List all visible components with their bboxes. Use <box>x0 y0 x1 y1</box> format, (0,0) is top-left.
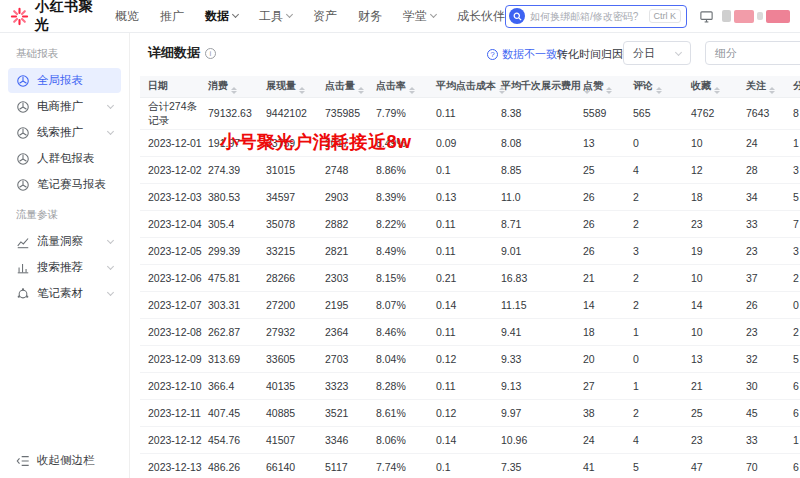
cell-collects: 10 <box>683 264 738 291</box>
cell-impressions: 40135 <box>258 372 317 399</box>
topnav-items: 概览推广数据工具资产财务学堂成长伙伴 <box>115 8 505 25</box>
report-target-icon <box>16 178 30 192</box>
nav-item-overview[interactable]: 概览 <box>115 8 139 25</box>
column-header-shares[interactable]: 分享 <box>785 76 800 97</box>
sort-icon[interactable] <box>409 87 415 95</box>
sort-icon[interactable] <box>231 87 237 95</box>
nav-item-tools[interactable]: 工具 <box>259 8 292 25</box>
nav-item-label: 概览 <box>115 8 139 25</box>
cell-likes: 13 <box>575 129 625 156</box>
nav-item-finance[interactable]: 财务 <box>358 8 382 25</box>
cell-date: 2023-12-09 <box>140 345 200 372</box>
info-icon[interactable]: i <box>205 48 216 59</box>
column-header-label: 关注 <box>746 80 766 91</box>
cell-avg-click-cost: 0.14 <box>428 291 493 318</box>
sidebar-item-traffic-insight[interactable]: 流量洞察 <box>8 229 121 254</box>
column-header-ctr[interactable]: 点击率 <box>368 76 428 97</box>
caret-up-icon <box>409 87 415 90</box>
cell-shares: 6 <box>785 399 800 426</box>
column-header-likes[interactable]: 点赞 <box>575 76 625 97</box>
cell-date: 2023-12-05 <box>140 237 200 264</box>
cell-comments: 3 <box>625 237 683 264</box>
cell-clicks: 2703 <box>317 345 368 372</box>
nav-item-label: 工具 <box>259 8 283 25</box>
cell-likes: 26 <box>575 237 625 264</box>
cell-collects: 10 <box>683 318 738 345</box>
cell-avg-cpm: 9.97 <box>493 399 575 426</box>
cell-comments: 565 <box>625 97 683 129</box>
sidebar-item-global-report[interactable]: 全局报表 <box>8 68 121 93</box>
cell-shares: 1 <box>785 129 800 156</box>
cell-avg-cpm: 10.96 <box>493 426 575 453</box>
column-header-cost[interactable]: 消费 <box>200 76 258 97</box>
cell-avg-click-cost: 0.12 <box>428 399 493 426</box>
cell-shares: 7 <box>785 210 800 237</box>
sidebar-item-audience-package-report[interactable]: 人群包报表 <box>8 146 121 171</box>
data-inconsistent-link[interactable]: ? 数据不一致? <box>487 47 563 62</box>
sidebar-item-note-racing-report[interactable]: 笔记赛马报表 <box>8 172 121 197</box>
search-icon <box>509 8 525 24</box>
search-input[interactable] <box>530 11 644 22</box>
column-header-avg-cpm[interactable]: 平均千次展示费用 <box>493 76 575 97</box>
cell-cost: 274.39 <box>200 156 258 183</box>
user-account-redacted[interactable] <box>722 10 790 23</box>
data-inconsistent-label: 数据不一致? <box>502 47 563 62</box>
granularity-select[interactable]: 分日 <box>623 41 691 65</box>
cell-avg-cpm: 11.15 <box>493 291 575 318</box>
nav-item-promotion[interactable]: 推广 <box>160 8 184 25</box>
cell-comments: 2 <box>625 210 683 237</box>
column-header-label: 点击率 <box>376 80 406 91</box>
column-header-label: 消费 <box>208 80 228 91</box>
cell-collects: 10 <box>683 129 738 156</box>
support-monitor-icon[interactable] <box>699 9 714 24</box>
nav-item-data[interactable]: 数据 <box>205 8 238 25</box>
breakdown-select[interactable]: 细分 <box>705 41 800 65</box>
xiaohongshu-burst-icon <box>10 7 29 26</box>
caret-up-icon <box>358 87 364 90</box>
column-header-avg-click-cost[interactable]: 平均点击成本 <box>428 76 493 97</box>
sort-icon[interactable] <box>358 87 364 95</box>
sidebar-item-search-recommend[interactable]: 搜索推荐 <box>8 255 121 280</box>
cell-cost: 262.87 <box>200 318 258 345</box>
sort-icon[interactable] <box>656 87 662 95</box>
table-row: 2023-12-10366.44013533238.28%0.119.13271… <box>140 372 800 399</box>
sort-icon[interactable] <box>299 87 305 95</box>
sidebar-item-lead-promotion[interactable]: 线索推广 <box>8 120 121 145</box>
nav-item-academy[interactable]: 学堂 <box>403 8 436 25</box>
sort-icon[interactable] <box>714 87 720 95</box>
page-title-text: 详细数据 <box>148 44 200 62</box>
column-header-follows[interactable]: 关注 <box>738 76 785 97</box>
chevron-down-icon <box>232 11 239 18</box>
column-header-label: 收藏 <box>691 80 711 91</box>
column-header-comments[interactable]: 评论 <box>625 76 683 97</box>
sidebar-item-note-material[interactable]: 笔记素材 <box>8 281 121 306</box>
cell-cost: 454.76 <box>200 426 258 453</box>
column-header-clicks[interactable]: 点击量 <box>317 76 368 97</box>
cell-collects: 25 <box>683 399 738 426</box>
line-chart-icon <box>16 235 30 249</box>
nav-item-assets[interactable]: 资产 <box>313 8 337 25</box>
cell-comments: 1 <box>625 318 683 345</box>
sidebar-item-label: 笔记素材 <box>37 286 83 301</box>
cell-clicks: 2903 <box>317 183 368 210</box>
logo[interactable]: 小红书聚光 <box>10 0 95 34</box>
column-header-impressions[interactable]: 展现量 <box>258 76 317 97</box>
cell-date: 2023-12-06 <box>140 264 200 291</box>
global-search[interactable]: Ctrl K <box>505 5 687 28</box>
cell-clicks: 2748 <box>317 156 368 183</box>
report-target-icon <box>16 74 30 88</box>
chevron-down-icon <box>107 288 114 295</box>
cell-likes: 24 <box>575 426 625 453</box>
cell-collects: 47 <box>683 453 738 478</box>
sort-icon[interactable] <box>606 87 612 95</box>
cell-follows: 34 <box>738 183 785 210</box>
sidebar-item-label: 笔记赛马报表 <box>37 177 106 192</box>
sort-icon[interactable] <box>769 87 775 95</box>
nav-item-label: 资产 <box>313 8 337 25</box>
column-header-collects[interactable]: 收藏 <box>683 76 738 97</box>
collapse-sidebar-button[interactable]: 收起侧边栏 <box>16 453 95 468</box>
nav-item-growth-partner[interactable]: 成长伙伴 <box>457 8 505 25</box>
cell-comments: 1 <box>625 372 683 399</box>
nav-item-label: 财务 <box>358 8 382 25</box>
sidebar-item-ecommerce-promotion[interactable]: 电商推广 <box>8 94 121 119</box>
